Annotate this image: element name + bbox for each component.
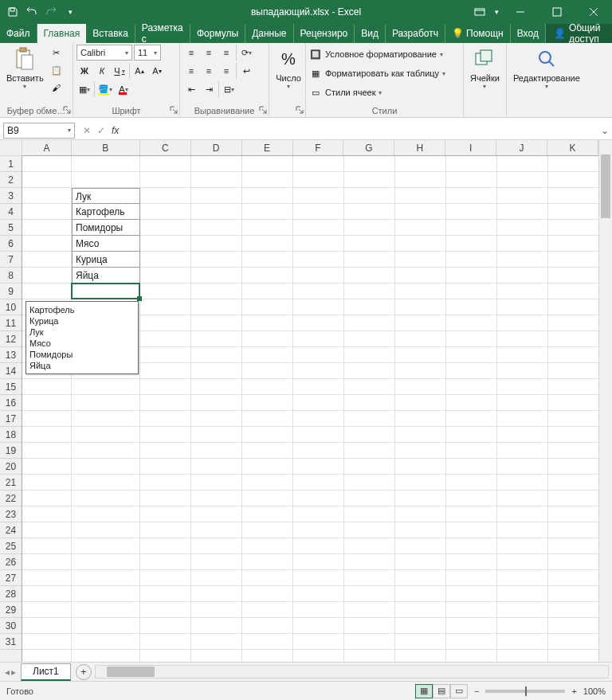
column-header[interactable]: E [242, 140, 293, 155]
font-name-combo[interactable]: Calibri▾ [76, 45, 132, 61]
ribbon-display-icon[interactable] [469, 0, 491, 24]
wrap-text-icon[interactable]: ↩ [238, 63, 254, 79]
paste-button[interactable]: Вставить ▾ [3, 45, 47, 104]
row-header[interactable]: 23 [0, 506, 22, 522]
row-header[interactable]: 15 [0, 379, 22, 395]
select-all-corner[interactable] [0, 140, 22, 156]
column-header[interactable]: D [191, 140, 242, 155]
row-header[interactable]: 1 [0, 156, 22, 172]
row-header[interactable]: 22 [0, 491, 22, 506]
dialog-launcher-icon[interactable] [259, 106, 267, 114]
horizontal-scrollbar[interactable] [95, 665, 609, 678]
row-header[interactable]: 19 [0, 443, 22, 459]
zoom-level[interactable]: 100% [583, 686, 606, 696]
ribbon-display-dropdown[interactable]: ▾ [491, 0, 502, 24]
row-header[interactable]: 24 [0, 522, 22, 538]
cell[interactable]: Картофель [72, 204, 140, 220]
font-color-icon[interactable]: A▾ [116, 81, 131, 97]
increase-indent-icon[interactable]: ⇥ [201, 81, 217, 97]
row-header[interactable]: 10 [0, 299, 22, 315]
tell-me[interactable]: 💡Помощн [445, 24, 511, 43]
formula-input[interactable] [124, 123, 598, 139]
tab-insert[interactable]: Вставка [86, 24, 135, 43]
tab-formulas[interactable]: Формулы [190, 24, 245, 43]
dropdown-option[interactable]: Лук [29, 327, 135, 338]
row-header[interactable]: 2 [0, 172, 22, 188]
cells-button[interactable]: Ячейки ▾ [467, 45, 503, 104]
row-header[interactable]: 5 [0, 220, 22, 236]
align-left-icon[interactable]: ≡ [183, 63, 199, 79]
dropdown-option[interactable]: Курица [29, 315, 135, 327]
conditional-formatting-button[interactable]: 🔲Условное форматирование▾ [309, 46, 445, 62]
qat-customize-icon[interactable]: ▾ [61, 2, 80, 22]
dropdown-option[interactable]: Помидоры [29, 349, 135, 360]
row-header[interactable]: 28 [0, 586, 22, 602]
align-center-icon[interactable]: ≡ [201, 63, 217, 79]
cell[interactable]: Мясо [72, 236, 140, 252]
column-header[interactable]: A [22, 140, 72, 155]
column-header[interactable]: F [293, 140, 344, 155]
row-header[interactable]: 13 [0, 347, 22, 363]
data-validation-dropdown[interactable]: КартофельКурицаЛукМясоПомидорыЯйца [26, 301, 139, 374]
row-header[interactable]: 8 [0, 268, 22, 284]
row-header[interactable]: 3 [0, 188, 22, 204]
copy-icon[interactable]: 📋 [49, 62, 65, 78]
tab-review[interactable]: Рецензиро [294, 24, 355, 43]
borders-icon[interactable]: ▦▾ [76, 81, 92, 97]
cancel-formula-icon[interactable]: ✕ [83, 125, 91, 136]
row-header[interactable]: 27 [0, 570, 22, 586]
row-header[interactable]: 20 [0, 459, 22, 475]
undo-icon[interactable] [22, 2, 41, 22]
column-header[interactable]: B [72, 140, 140, 155]
prev-sheet-icon[interactable]: ◂ [5, 667, 10, 678]
tab-view[interactable]: Вид [355, 24, 386, 43]
bold-button[interactable]: Ж [76, 63, 92, 79]
align-bottom-icon[interactable]: ≡ [218, 45, 234, 61]
row-header[interactable]: 11 [0, 315, 22, 331]
row-header[interactable]: 26 [0, 554, 22, 570]
column-header[interactable]: G [343, 140, 394, 155]
row-header[interactable]: 25 [0, 538, 22, 554]
column-header[interactable]: J [496, 140, 547, 155]
cell[interactable]: Курица [72, 252, 140, 268]
zoom-slider[interactable] [485, 690, 565, 693]
row-header[interactable]: 7 [0, 252, 22, 268]
tab-home[interactable]: Главная [37, 24, 87, 43]
row-header[interactable]: 9 [0, 284, 22, 299]
cut-icon[interactable]: ✂ [49, 45, 65, 61]
page-layout-view-icon[interactable]: ▤ [433, 684, 450, 698]
row-header[interactable]: 29 [0, 602, 22, 618]
font-size-combo[interactable]: 11▾ [134, 45, 161, 61]
dialog-launcher-icon[interactable] [296, 106, 304, 114]
fx-icon[interactable]: fx [112, 125, 119, 136]
cell[interactable]: Яйца [72, 268, 140, 284]
column-header[interactable]: C [140, 140, 191, 155]
tab-developer[interactable]: Разработч [386, 24, 445, 43]
orientation-icon[interactable]: ⟳▾ [238, 45, 254, 61]
normal-view-icon[interactable]: ▦ [415, 684, 433, 698]
tab-data[interactable]: Данные [245, 24, 293, 43]
next-sheet-icon[interactable]: ▸ [11, 667, 16, 678]
row-header[interactable]: 14 [0, 363, 22, 379]
column-header[interactable]: H [394, 140, 445, 155]
row-header[interactable]: 21 [0, 475, 22, 491]
new-sheet-button[interactable]: + [76, 664, 92, 680]
align-middle-icon[interactable]: ≡ [201, 45, 217, 61]
share-button[interactable]: 👤Общий доступ [546, 24, 612, 43]
row-header[interactable]: 6 [0, 236, 22, 252]
row-header[interactable]: 30 [0, 618, 22, 634]
row-header[interactable]: 4 [0, 204, 22, 220]
maximize-button[interactable] [539, 0, 575, 24]
row-header[interactable]: 16 [0, 395, 22, 411]
sheet-tab-active[interactable]: Лист1 [21, 663, 71, 681]
cells-area[interactable]: ЛукКартофельПомидорыМясоКурицаЯйцаКартоф… [22, 156, 598, 662]
dropdown-option[interactable]: Картофель [29, 304, 135, 315]
italic-button[interactable]: К [94, 63, 110, 79]
underline-button[interactable]: Ч▾ [112, 63, 128, 79]
dropdown-option[interactable]: Яйца [29, 360, 135, 371]
dialog-launcher-icon[interactable] [63, 106, 71, 114]
selected-cell[interactable] [71, 283, 140, 299]
cell[interactable]: Помидоры [72, 220, 140, 236]
number-format-button[interactable]: % Число ▾ [273, 45, 304, 104]
close-button[interactable] [575, 0, 612, 24]
